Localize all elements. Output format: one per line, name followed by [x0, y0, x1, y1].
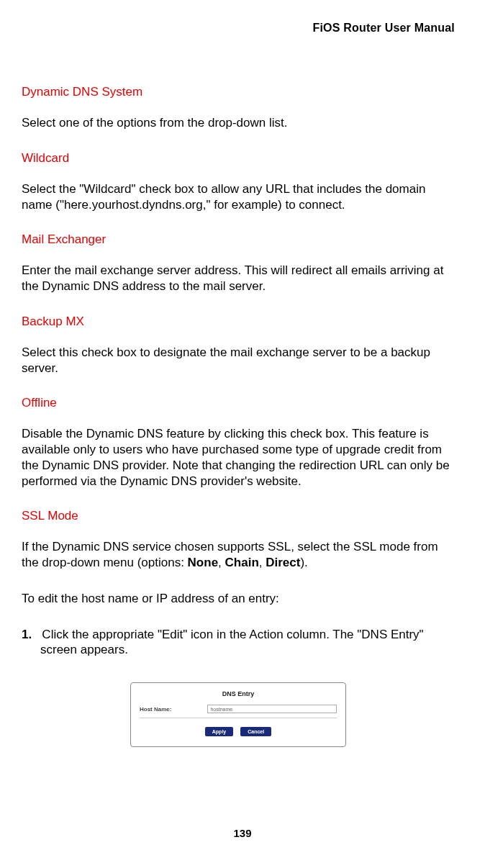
heading-backup-mx: Backup MX [22, 315, 455, 329]
heading-dynamic-dns-system: Dynamic DNS System [22, 85, 455, 99]
heading-mail-exchanger: Mail Exchanger [22, 232, 455, 247]
dns-entry-title: DNS Entry [140, 690, 337, 697]
dns-entry-figure: DNS Entry Host Name: Apply Cancel [130, 682, 346, 747]
list-number: 1. [22, 628, 32, 641]
ssl-option-none: None [188, 556, 219, 569]
list-text: Click the appropriate "Edit" icon in the… [40, 628, 424, 657]
para-wildcard: Select the "Wildcard" check box to allow… [22, 181, 455, 213]
apply-button[interactable]: Apply [205, 727, 233, 736]
heading-wildcard: Wildcard [22, 151, 455, 166]
para-ssl-mode: If the Dynamic DNS service chosen suppor… [22, 539, 455, 571]
ssl-suffix: ). [300, 556, 307, 569]
dns-divider [140, 718, 337, 718]
page-header-title: FiOS Router User Manual [22, 22, 455, 35]
para-edit-intro: To edit the host name or IP address of a… [22, 591, 455, 607]
dns-host-input[interactable] [207, 705, 337, 713]
page-number: 139 [0, 827, 485, 839]
heading-ssl-mode: SSL Mode [22, 509, 455, 523]
dns-host-row: Host Name: [140, 705, 337, 713]
dns-host-label: Host Name: [140, 706, 171, 713]
para-backup-mx: Select this check box to designate the m… [22, 345, 455, 376]
ssl-option-direct: Direct [266, 556, 300, 569]
dns-button-row: Apply Cancel [140, 727, 337, 736]
para-offline: Disable the Dynamic DNS feature by click… [22, 426, 455, 489]
para-dynamic-dns-system: Select one of the options from the drop-… [22, 115, 455, 131]
ssl-option-chain: Chain [225, 556, 259, 569]
page-content: Dynamic DNS System Select one of the opt… [22, 85, 455, 747]
heading-offline: Offline [22, 396, 455, 410]
cancel-button[interactable]: Cancel [240, 727, 271, 736]
list-item-1: 1. Click the appropriate "Edit" icon in … [22, 627, 455, 659]
para-mail-exchanger: Enter the mail exchange server address. … [22, 263, 455, 294]
